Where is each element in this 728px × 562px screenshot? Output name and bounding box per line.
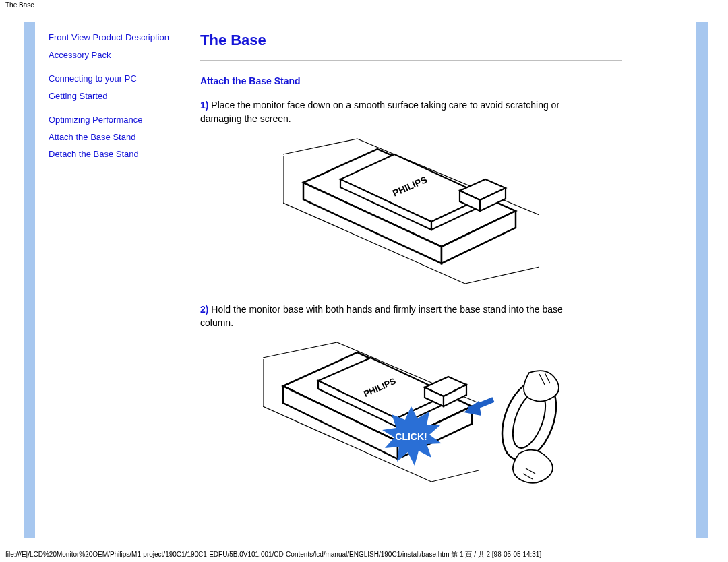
- svg-line-0: [283, 139, 357, 154]
- figure-2-wrap: PHILIPS CLICK!: [200, 339, 622, 496]
- divider: [200, 60, 622, 61]
- page-header-title: The Base: [5, 1, 34, 9]
- nav-link-optimizing[interactable]: Optimizing Performance: [49, 114, 177, 126]
- figure-1-wrap: PHILIPS: [200, 135, 622, 289]
- figure-1: PHILIPS: [283, 135, 539, 287]
- step-2: 2) Hold the monitor base with both hands…: [200, 303, 591, 330]
- nav-link-accessory-pack[interactable]: Accessory Pack: [49, 49, 177, 61]
- step-1-number: 1): [200, 100, 208, 111]
- section-heading: Attach the Base Stand: [200, 75, 622, 86]
- click-badge: CLICK!: [381, 406, 442, 467]
- click-label: CLICK!: [395, 431, 427, 442]
- step-2-number: 2): [200, 304, 208, 315]
- nav-link-detach-base[interactable]: Detach the Base Stand: [49, 148, 177, 160]
- nav-link-front-view[interactable]: Front View Product Description: [49, 32, 177, 44]
- content-frame: Front View Product Description Accessory…: [24, 22, 708, 538]
- figure-2: PHILIPS CLICK!: [263, 339, 559, 494]
- svg-line-15: [263, 342, 337, 358]
- nav-link-getting-started[interactable]: Getting Started: [49, 90, 177, 102]
- step-2-text: Hold the monitor base with both hands an…: [200, 304, 563, 328]
- monitor-facedown-illustration: PHILIPS: [283, 135, 539, 287]
- main-content: The Base Attach the Base Stand 1) Place …: [200, 32, 622, 509]
- svg-line-19: [431, 470, 479, 482]
- step-1-text: Place the monitor face down on a smooth …: [200, 100, 559, 124]
- page-title: The Base: [200, 32, 622, 49]
- nav-link-connecting-pc[interactable]: Connecting to your PC: [49, 73, 177, 85]
- base-stand-with-hands: [492, 371, 559, 483]
- svg-line-4: [465, 267, 539, 284]
- footer-file-path: file:///E|/LCD%20Monitor%20OEM/Philips/M…: [5, 550, 541, 559]
- nav-link-attach-base[interactable]: Attach the Base Stand: [49, 131, 177, 144]
- sidebar-nav: Front View Product Description Accessory…: [49, 32, 177, 166]
- step-1: 1) Place the monitor face down on a smoo…: [200, 98, 591, 126]
